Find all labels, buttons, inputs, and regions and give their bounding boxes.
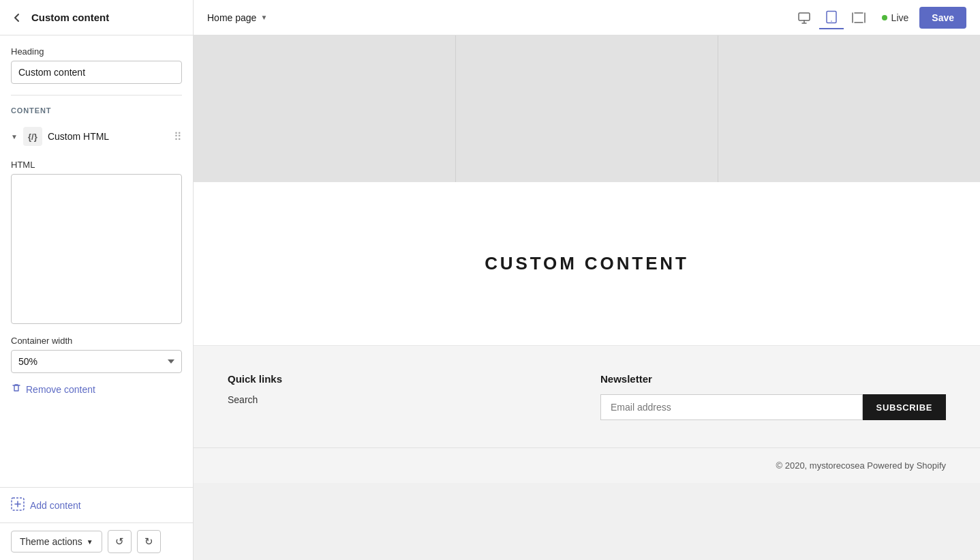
container-width-label: Container width <box>11 336 182 346</box>
footer-newsletter-col: Newsletter SUBSCRIBE <box>600 373 946 420</box>
footer-email-row: SUBSCRIBE <box>600 394 946 420</box>
svg-rect-1 <box>799 13 810 20</box>
hero-section <box>194 35 980 182</box>
live-indicator: Live <box>882 12 909 23</box>
footer-quick-links-title: Quick links <box>228 373 573 385</box>
topbar: Home page ▼ <box>194 0 980 35</box>
sidebar-header: Custom content <box>0 0 193 35</box>
add-content-label: Add content <box>30 500 81 511</box>
html-label: HTML <box>11 160 182 170</box>
add-content-section: Add content <box>0 487 193 522</box>
html-field-group: HTML <box>11 160 182 326</box>
add-content-button[interactable]: Add content <box>11 497 81 513</box>
desktop-view-button[interactable] <box>792 7 816 29</box>
undo-button[interactable]: ↺ <box>108 530 132 553</box>
undo-icon: ↺ <box>115 535 124 547</box>
content-block: ▼ {/} Custom HTML ⠿ <box>11 121 182 151</box>
divider-1 <box>11 95 182 95</box>
mobile-view-button[interactable] <box>846 7 871 29</box>
subscribe-button[interactable]: SUBSCRIBE <box>863 394 946 420</box>
container-width-group: Container width 50% 100% 75% 25% <box>11 336 182 373</box>
page-selector-label: Home page <box>207 12 256 23</box>
footer-section: Quick links Search Newsletter SUBSCRIBE <box>194 346 980 448</box>
main-area: Home page ▼ <box>194 0 980 560</box>
footer-search-link[interactable]: Search <box>228 394 573 405</box>
preview-area: CUSTOM CONTENT Quick links Search Newsle… <box>194 35 980 560</box>
hero-col-1 <box>194 35 456 182</box>
heading-input[interactable] <box>11 61 182 84</box>
custom-html-icon: {/} <box>28 132 37 142</box>
view-icons <box>792 6 871 29</box>
page-selector-arrow-icon: ▼ <box>260 14 267 21</box>
drag-handle-icon[interactable]: ⠿ <box>174 130 182 143</box>
trash-icon <box>11 383 22 396</box>
live-label: Live <box>891 12 909 23</box>
footer-quick-links-col: Quick links Search <box>228 373 573 420</box>
redo-icon: ↻ <box>144 535 153 547</box>
svg-point-3 <box>831 20 832 22</box>
footer-email-input[interactable] <box>600 394 863 420</box>
theme-actions-button[interactable]: Theme actions ▼ <box>11 531 102 552</box>
footer-newsletter-title: Newsletter <box>600 373 946 385</box>
hero-col-3 <box>718 35 980 182</box>
content-block-chevron[interactable]: ▼ <box>11 133 18 141</box>
back-button[interactable] <box>11 12 23 24</box>
sidebar-footer: Theme actions ▼ ↺ ↻ <box>0 522 193 560</box>
live-dot-icon <box>882 15 887 20</box>
html-textarea[interactable] <box>11 174 182 324</box>
custom-content-section: CUSTOM CONTENT <box>194 182 980 346</box>
container-width-select[interactable]: 50% 100% 75% 25% <box>11 350 182 373</box>
add-content-dashed-icon <box>11 497 25 513</box>
remove-content-label: Remove content <box>26 384 95 395</box>
sidebar: Custom content Heading CONTENT ▼ {/} Cus… <box>0 0 194 560</box>
tablet-view-button[interactable] <box>819 6 844 29</box>
theme-actions-arrow-icon: ▼ <box>87 538 93 546</box>
remove-content-button[interactable]: Remove content <box>11 383 95 396</box>
copyright-text: © 2020, mystorecosea Powered by Shopify <box>776 460 947 471</box>
theme-actions-label: Theme actions <box>20 536 82 547</box>
hero-col-2 <box>456 35 718 182</box>
content-block-label: Custom HTML <box>48 131 168 142</box>
page-selector-button[interactable]: Home page ▼ <box>207 12 267 23</box>
content-section-label: CONTENT <box>11 106 182 115</box>
heading-label: Heading <box>11 46 182 57</box>
save-button[interactable]: Save <box>919 7 966 29</box>
heading-field-group: Heading <box>11 46 182 84</box>
content-block-icon: {/} <box>23 127 42 146</box>
sidebar-title: Custom content <box>31 12 109 23</box>
custom-content-heading: CUSTOM CONTENT <box>485 253 689 274</box>
redo-button[interactable]: ↻ <box>137 530 161 553</box>
sidebar-body: Heading CONTENT ▼ {/} Custom HTML ⠿ HTML <box>0 35 193 487</box>
copyright-section: © 2020, mystorecosea Powered by Shopify <box>194 448 980 483</box>
